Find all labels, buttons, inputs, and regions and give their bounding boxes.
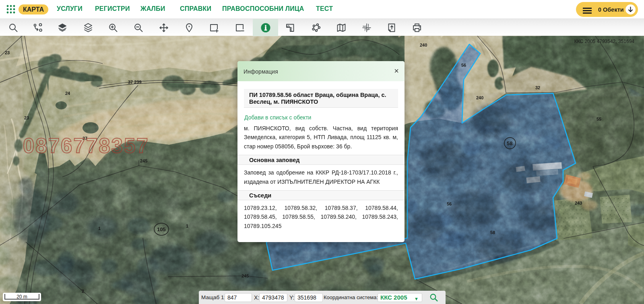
- svg-text:58: 58: [507, 140, 512, 146]
- svg-text:23: 23: [5, 50, 10, 55]
- svg-text:105: 105: [157, 226, 166, 232]
- svg-text:32: 32: [535, 85, 540, 90]
- svg-text:58: 58: [490, 230, 495, 235]
- svg-text:56: 56: [461, 63, 466, 68]
- svg-text:24: 24: [65, 91, 70, 96]
- svg-text:245: 245: [140, 158, 147, 163]
- svg-text:240: 240: [420, 43, 427, 47]
- svg-text:2: 2: [82, 289, 84, 294]
- svg-text:243: 243: [575, 201, 582, 205]
- svg-text:55: 55: [597, 117, 601, 121]
- svg-text:0876778357: 0876778357: [23, 134, 149, 157]
- svg-text:1: 1: [186, 224, 188, 228]
- svg-text:56: 56: [447, 201, 452, 206]
- svg-text:37 239: 37 239: [128, 80, 142, 84]
- svg-text:23: 23: [24, 115, 29, 120]
- svg-text:240: 240: [476, 95, 483, 100]
- svg-text:245: 245: [242, 273, 249, 278]
- svg-text:1: 1: [98, 226, 101, 231]
